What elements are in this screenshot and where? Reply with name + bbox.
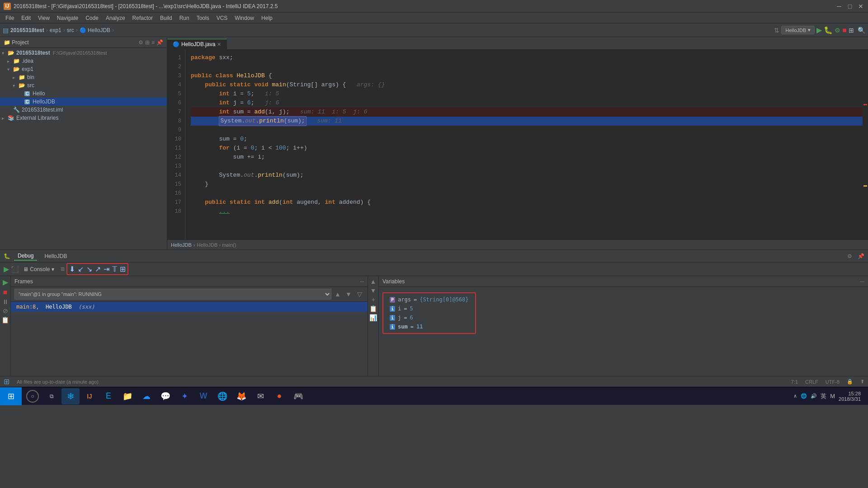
debug-button[interactable]: 🐛 <box>824 26 833 34</box>
var-item-i[interactable]: i i = 5 <box>387 304 472 313</box>
status-upload-icon[interactable]: ⬆ <box>860 379 864 385</box>
tree-item-root[interactable]: ▾ 📂 20165318test F:\Git\java\20165318tes… <box>0 49 167 57</box>
search-button[interactable]: 🔍 <box>858 27 865 34</box>
frame-up-btn[interactable]: ▲ <box>333 290 342 299</box>
resume-icon[interactable]: ▶ <box>4 265 9 273</box>
taskbar-browser2[interactable]: 🌐 <box>213 388 231 404</box>
stop-side-btn[interactable]: ■ <box>3 288 8 296</box>
var-add-btn[interactable]: + <box>371 296 375 303</box>
window-controls[interactable]: ─ □ ✕ <box>835 3 864 10</box>
taskbar-ubuntu[interactable]: ● <box>270 388 288 404</box>
show-desktop-button[interactable] <box>864 387 868 405</box>
tree-item-exp1[interactable]: ▾ 📂 exp1 <box>0 65 167 73</box>
menu-help[interactable]: Help <box>258 14 276 22</box>
run-to-cursor-btn[interactable]: ⇥ <box>103 265 110 273</box>
frames-minimize-icon[interactable]: ─ <box>360 278 364 285</box>
frame-row-main[interactable]: main:8, HelloJDB (sxx) <box>11 302 368 312</box>
step-over-icon[interactable]: ⬛ <box>11 266 19 273</box>
thread-selector[interactable]: "main"@1 in group "main": RUNNING <box>14 289 331 300</box>
menu-run[interactable]: Run <box>176 14 193 22</box>
debug-tab-debug[interactable]: Debug <box>14 252 37 261</box>
variables-minimize-icon[interactable]: ─ <box>860 278 864 285</box>
minimize-button[interactable]: ─ <box>835 3 843 10</box>
taskbar-mail[interactable]: ✉ <box>251 388 269 404</box>
menu-navigate[interactable]: Navigate <box>53 14 82 22</box>
status-crlf[interactable]: CRLF <box>805 379 818 385</box>
menu-edit[interactable]: Edit <box>18 14 34 22</box>
tray-expand[interactable]: ∧ <box>793 393 797 399</box>
tree-item-idea[interactable]: ▸ 📁 .idea <box>0 57 167 65</box>
tree-item-iml[interactable]: 🔧 20165318test.iml <box>0 106 167 114</box>
menu-build[interactable]: Build <box>156 14 176 22</box>
close-button[interactable]: ✕ <box>857 3 864 10</box>
tray-lang[interactable]: 英 <box>821 392 826 400</box>
status-encoding[interactable]: UTF-8 <box>826 379 840 385</box>
status-position[interactable]: 7:1 <box>791 379 798 385</box>
taskbar-word[interactable]: W <box>194 388 212 404</box>
debug-pin-icon[interactable]: 📌 <box>858 253 864 259</box>
sidebar-expand-icon[interactable]: ⊞ <box>145 39 150 46</box>
tab-hellojdb[interactable]: 🔵 HelloJDB.java ✕ <box>167 39 227 49</box>
var-item-args[interactable]: P args = {String[0]@568} <box>387 295 472 304</box>
taskbar-blue-app[interactable]: ✦ <box>175 388 193 404</box>
taskbar-cortana[interactable]: ❄ <box>61 388 80 404</box>
build-button[interactable]: ⊞ <box>849 27 854 34</box>
sidebar-collapse-icon[interactable]: ≡ <box>151 39 155 46</box>
var-item-sum[interactable]: i sum = 11 <box>387 322 472 331</box>
menu-tools[interactable]: Tools <box>193 14 213 22</box>
sidebar-pin-icon[interactable]: 📌 <box>156 39 163 46</box>
tree-item-hello[interactable]: C Hello <box>0 89 167 98</box>
taskbar-firefox[interactable]: 🦊 <box>232 388 250 404</box>
menu-view[interactable]: View <box>34 14 53 22</box>
coverage-button[interactable]: ⚙ <box>835 27 840 34</box>
taskbar-search[interactable]: ○ <box>24 388 42 404</box>
console-tab[interactable]: 🖥 Console ▾ <box>20 265 57 273</box>
code-area[interactable]: package sxx; public class HelloJDB { pub… <box>185 50 863 239</box>
taskbar-intellij2[interactable]: 🎮 <box>289 388 307 404</box>
run-config-selector[interactable]: HelloJDB ▾ <box>781 26 815 34</box>
step-into-btn[interactable]: ↙ <box>77 265 85 273</box>
var-chart-btn[interactable]: 📊 <box>369 314 377 321</box>
evaluate-btn[interactable]: 𝕋 <box>111 265 118 273</box>
step-out-btn[interactable]: ↗ <box>94 265 102 273</box>
debug-settings-icon[interactable]: ⚙ <box>847 253 852 259</box>
start-button[interactable]: ⊞ <box>0 387 22 405</box>
menu-code[interactable]: Code <box>82 14 102 22</box>
tray-network[interactable]: 🌐 <box>801 393 807 399</box>
frame-down-btn[interactable]: ▼ <box>344 290 353 299</box>
taskbar-cloud[interactable]: ☁ <box>137 388 156 404</box>
var-copy-btn[interactable]: 📋 <box>369 305 377 312</box>
pause-side-btn[interactable]: ⏸ <box>2 298 9 305</box>
clock[interactable]: 15:28 2018/3/31 <box>839 391 864 402</box>
tray-volume[interactable]: 🔊 <box>811 393 817 399</box>
step-over-btn[interactable]: ⬇ <box>68 265 76 273</box>
debug-tab-hellojdb[interactable]: HelloJDB <box>41 252 71 260</box>
tree-item-external-libs[interactable]: ▸ 📚 External Libraries <box>0 114 167 122</box>
var-up-btn[interactable]: ▲ <box>370 278 377 285</box>
menu-vcs[interactable]: VCS <box>213 14 231 22</box>
taskbar-multitasking[interactable]: ⧉ <box>42 388 61 404</box>
taskbar-intellij[interactable]: IJ <box>80 388 99 404</box>
menu-analyze[interactable]: Analyze <box>102 14 129 22</box>
taskbar-file-explorer[interactable]: 📁 <box>118 388 137 404</box>
tab-close-button[interactable]: ✕ <box>217 42 221 47</box>
tree-item-hellojdb[interactable]: C HelloJDB <box>0 98 167 106</box>
watches-btn[interactable]: ⊞ <box>119 265 127 273</box>
taskbar-edge[interactable]: E <box>99 388 118 404</box>
tree-item-src[interactable]: ▾ 📂 src <box>0 81 167 89</box>
get-thread-dump-btn[interactable]: 📋 <box>1 316 9 324</box>
menu-refactor[interactable]: Refactor <box>129 14 156 22</box>
sidebar-settings-icon[interactable]: ⚙ <box>138 39 143 46</box>
step-into-my-code-btn[interactable]: ↘ <box>85 265 93 273</box>
menu-window[interactable]: Window <box>231 14 258 22</box>
tree-item-bin[interactable]: ▸ 📁 bin <box>0 73 167 81</box>
taskbar-wechat[interactable]: 💬 <box>156 388 175 404</box>
tray-ime[interactable]: M <box>830 393 835 399</box>
maximize-button[interactable]: □ <box>846 3 854 10</box>
frame-filter-btn[interactable]: ▽ <box>355 290 364 299</box>
run-button[interactable]: ▶ <box>816 26 822 34</box>
stop-button[interactable]: ■ <box>842 26 847 34</box>
var-item-j[interactable]: i j = 6 <box>387 313 472 322</box>
filter-icon[interactable]: ≡ <box>61 265 65 273</box>
resume-side-btn[interactable]: ▶ <box>3 278 8 286</box>
